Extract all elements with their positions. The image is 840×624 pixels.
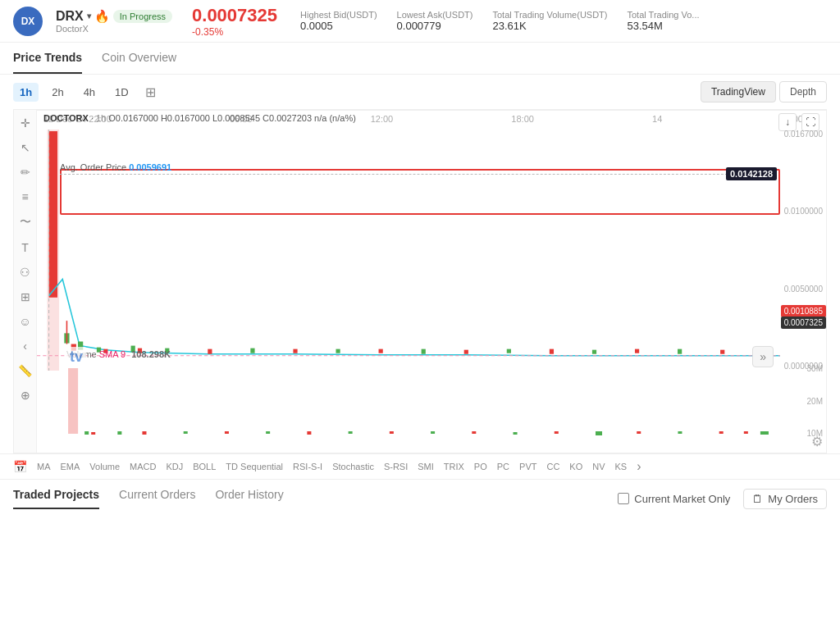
tab-price-trends[interactable]: Price Trends xyxy=(13,43,82,74)
avg-dashed-line xyxy=(60,174,777,175)
status-badge: In Progress xyxy=(113,10,172,23)
ind-nv[interactable]: NV xyxy=(592,462,605,471)
price-label-right: 0.0142128 xyxy=(726,167,777,180)
svg-rect-6 xyxy=(250,348,254,353)
ind-pvt[interactable]: PVT xyxy=(519,462,536,471)
sma-value: 108.298K xyxy=(131,349,171,359)
tab-coin-overview[interactable]: Coin Overview xyxy=(102,43,176,74)
zoom-in-tool[interactable]: ⊕ xyxy=(21,389,30,402)
cursor-tool[interactable]: ↖ xyxy=(21,141,30,154)
tradingview-logo: tv xyxy=(66,347,86,367)
text-tool[interactable]: T xyxy=(21,241,29,254)
ind-stochastic[interactable]: Stochastic xyxy=(332,462,374,471)
cmo-checkbox[interactable] xyxy=(618,493,629,504)
stat-item-4: Total Trading Vo... 53.54M xyxy=(627,10,699,32)
orders-icon: 🗒 xyxy=(752,493,763,505)
svg-rect-21 xyxy=(117,431,121,435)
time-btn-2h[interactable]: 2h xyxy=(45,83,70,102)
btab-order-history[interactable]: Order History xyxy=(215,488,283,509)
ind-volume[interactable]: Volume xyxy=(89,462,120,471)
ind-rsi[interactable]: RSI-S-I xyxy=(293,462,322,471)
expand-left-tool[interactable]: ‹ xyxy=(23,339,27,353)
ind-ks[interactable]: KS xyxy=(615,462,628,471)
svg-rect-22 xyxy=(142,431,146,435)
ind-td[interactable]: TD Sequential xyxy=(226,462,283,471)
expand-btn[interactable]: » xyxy=(752,346,774,367)
ind-smi[interactable]: SMI xyxy=(418,462,434,471)
svg-rect-18 xyxy=(68,368,78,434)
current-market-only[interactable]: Current Market Only xyxy=(618,493,730,505)
download-btn[interactable]: ↓ xyxy=(778,113,797,131)
chart-toolbar: 1h 2h 4h 1D ⊞ TradingView Depth xyxy=(0,75,840,109)
chart-type-icon[interactable]: ⊞ xyxy=(145,84,156,100)
chart-actions: ↓ ⛶ xyxy=(778,113,819,131)
price-tag-1: 0.0010885 xyxy=(781,305,826,317)
ind-pc[interactable]: PC xyxy=(497,462,509,471)
ind-kdj[interactable]: KDJ xyxy=(166,462,183,471)
chart-ohlc: O0.0167000 H0.0167000 L0.0008545 C0.0027… xyxy=(108,113,356,123)
ind-macd[interactable]: MACD xyxy=(130,462,156,471)
svg-rect-19 xyxy=(84,431,89,435)
svg-rect-31 xyxy=(514,432,518,435)
dropdown-icon[interactable]: ▾ xyxy=(87,11,91,20)
btab-current-orders[interactable]: Current Orders xyxy=(119,488,195,509)
ind-srsi[interactable]: S-RSI xyxy=(384,462,408,471)
indicators-row: 📅 MA EMA Volume MACD KDJ BOLL TD Sequent… xyxy=(0,453,840,479)
time-btn-1d[interactable]: 1D xyxy=(108,83,135,102)
svg-rect-38 xyxy=(760,431,769,435)
chart-ticker: DOCTORX xyxy=(43,113,89,123)
svg-rect-33 xyxy=(596,431,602,435)
svg-rect-32 xyxy=(555,431,559,434)
ind-po[interactable]: PO xyxy=(474,462,487,471)
avg-order-container: Avg. Order Price 0.0059691 0.0142128 xyxy=(60,161,777,173)
ind-trix[interactable]: TRIX xyxy=(444,462,464,471)
lines-tool[interactable]: ≡ xyxy=(21,190,28,203)
chart-interval: 1h xyxy=(96,113,106,123)
stat-label-3: Total Trading Volume(USDT) xyxy=(492,10,607,20)
svg-rect-7 xyxy=(293,349,297,353)
svg-rect-5 xyxy=(208,349,212,354)
coin-info: DRX ▾ 🔥 In Progress DoctorX xyxy=(56,9,172,34)
more-indicators-icon[interactable]: › xyxy=(637,459,641,474)
svg-rect-34 xyxy=(637,431,641,434)
svg-rect-10 xyxy=(422,349,426,354)
ind-boll[interactable]: BOLL xyxy=(193,462,216,471)
ind-ma[interactable]: MA xyxy=(37,462,51,471)
stat-value-4: 53.54M xyxy=(627,20,699,32)
x-label-3: 12:00 xyxy=(371,114,394,124)
fire-icon: 🔥 xyxy=(94,9,110,24)
ruler-tool[interactable]: 📏 xyxy=(18,364,32,377)
grid-tool[interactable]: ⊞ xyxy=(21,290,30,303)
ind-cc[interactable]: CC xyxy=(546,462,559,471)
svg-rect-35 xyxy=(678,431,682,434)
time-btn-1h[interactable]: 1h xyxy=(13,83,39,102)
coin-sub: DoctorX xyxy=(56,24,172,34)
svg-rect-29 xyxy=(431,431,435,434)
stat-label-2: Lowest Ask(USDT) xyxy=(397,10,473,20)
svg-rect-17 xyxy=(720,350,724,354)
svg-rect-12 xyxy=(507,349,511,353)
stat-value-3: 23.61K xyxy=(492,20,607,32)
ind-ko[interactable]: KO xyxy=(569,462,582,471)
node-tool[interactable]: ⚇ xyxy=(20,266,30,279)
pencil-tool[interactable]: ✏ xyxy=(21,166,30,179)
time-btn-4h[interactable]: 4h xyxy=(77,83,102,102)
stat-item-1: Highest Bid(USDT) 0.0005 xyxy=(300,10,377,32)
btab-traded-projects[interactable]: Traded Projects xyxy=(13,488,99,509)
fullscreen-btn[interactable]: ⛶ xyxy=(801,113,819,131)
view-btn-tradingview[interactable]: TradingView xyxy=(701,81,776,102)
view-btn-depth[interactable]: Depth xyxy=(779,81,827,102)
svg-rect-9 xyxy=(379,349,383,353)
toolbar-right: TradingView Depth xyxy=(701,81,827,102)
crosshair-tool[interactable]: ✛ xyxy=(21,116,30,130)
ind-ema[interactable]: EMA xyxy=(61,462,80,471)
emoji-tool[interactable]: ☺ xyxy=(19,315,30,328)
stat-label-1: Highest Bid(USDT) xyxy=(300,10,377,20)
svg-rect-24 xyxy=(225,431,229,434)
calendar-icon[interactable]: 📅 xyxy=(13,460,27,473)
my-orders-btn[interactable]: 🗒 My Orders xyxy=(743,489,827,509)
curve-tool[interactable]: 〜 xyxy=(20,215,31,230)
svg-rect-14 xyxy=(592,350,596,354)
svg-rect-36 xyxy=(719,431,724,434)
settings-icon[interactable]: ⚙ xyxy=(811,434,823,449)
